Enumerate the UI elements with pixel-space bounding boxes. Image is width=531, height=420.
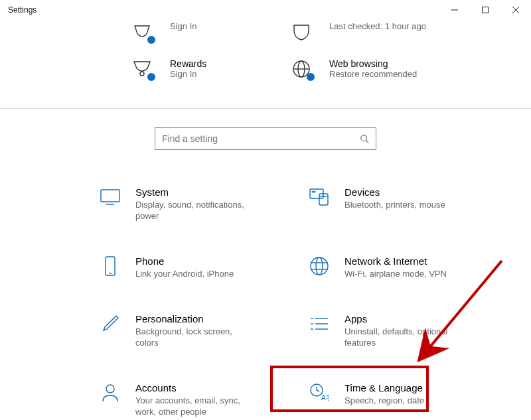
account-status-header: Sign In Last checked: 1 hour ago Rewards… [0,13,531,109]
header-item-update[interactable]: Last checked: 1 hour ago [289,13,435,50]
svg-rect-1 [483,7,489,13]
category-network[interactable]: Network & InternetWi-Fi, airplane mode, … [309,255,494,280]
status-dot-icon [307,73,315,81]
category-sub: Bluetooth, printers, mouse [344,199,445,211]
category-apps[interactable]: AppsUninstall, defaults, optional featur… [309,313,494,349]
category-title: Apps [344,313,464,324]
category-accounts[interactable]: AccountsYour accounts, email, sync, work… [100,382,285,418]
close-icon [512,7,519,13]
category-title: Phone [135,255,234,267]
search-box[interactable] [155,127,376,150]
shield-icon [291,23,311,40]
svg-point-14 [314,191,315,192]
phone-icon [104,256,117,276]
minimize-icon [451,7,458,13]
category-sub: Background, lock screen, colors [135,326,255,349]
svg-point-29 [106,385,114,393]
status-dot-icon [147,36,155,44]
category-title: Devices [344,186,445,198]
header-item-signin[interactable]: Sign In [130,13,276,50]
svg-point-20 [316,257,323,275]
category-phone[interactable]: PhoneLink your Android, iPhone [100,255,285,280]
time-language-icon: A字 [309,383,329,403]
header-item-title: Web browsing [329,58,417,69]
header-item-rewards[interactable]: Rewards Sign In [130,50,276,88]
search-input[interactable] [162,133,360,144]
header-item-title: Rewards [170,58,206,69]
category-sub: Display, sound, notifications, power [135,199,255,222]
header-item-web-browsing[interactable]: Web browsing Restore recommended [289,50,435,88]
category-title: Accounts [135,382,255,393]
devices-icon [309,188,329,206]
category-title: Network & Internet [344,255,447,267]
maximize-icon [482,7,489,13]
category-devices[interactable]: DevicesBluetooth, printers, mouse [309,186,494,222]
category-sub: Link your Android, iPhone [135,268,234,280]
apps-icon [310,316,329,332]
network-icon [309,256,329,276]
category-sub: Speech, region, date [344,395,424,407]
svg-point-13 [312,191,313,192]
header-item-sub: Sign In [170,21,196,33]
header-item-sub: Restore recommended [329,69,417,80]
category-title: Time & Language [344,382,424,393]
personalization-icon [100,314,120,334]
category-title: System [135,186,255,198]
svg-line-9 [366,141,369,143]
settings-categories: SystemDisplay, sound, notifications, pow… [0,150,518,418]
svg-point-19 [311,257,328,275]
category-title: Personalization [135,313,255,324]
svg-point-4 [140,72,144,76]
header-item-sub: Last checked: 1 hour ago [329,21,426,33]
system-icon [100,189,120,205]
search-icon [360,134,369,143]
svg-point-8 [361,135,367,141]
window-controls [439,0,531,20]
maximize-button[interactable] [470,0,500,20]
category-system[interactable]: SystemDisplay, sound, notifications, pow… [100,186,285,222]
category-sub: Your accounts, email, sync, work, other … [135,395,255,418]
svg-line-32 [317,390,319,391]
status-dot-icon [147,73,155,81]
category-personalization[interactable]: PersonalizationBackground, lock screen, … [100,313,285,349]
header-item-sub: Sign In [170,69,206,80]
category-time-language[interactable]: A字 Time & LanguageSpeech, region, date [309,382,494,418]
category-sub: Uninstall, defaults, optional features [344,326,464,349]
svg-rect-10 [101,190,119,202]
accounts-icon [101,383,119,403]
close-button[interactable] [500,0,531,20]
svg-text:A字: A字 [321,394,329,401]
category-sub: Wi-Fi, airplane mode, VPN [344,268,447,280]
svg-rect-17 [106,257,115,275]
window-title: Settings [8,5,37,15]
minimize-button[interactable] [439,0,470,20]
